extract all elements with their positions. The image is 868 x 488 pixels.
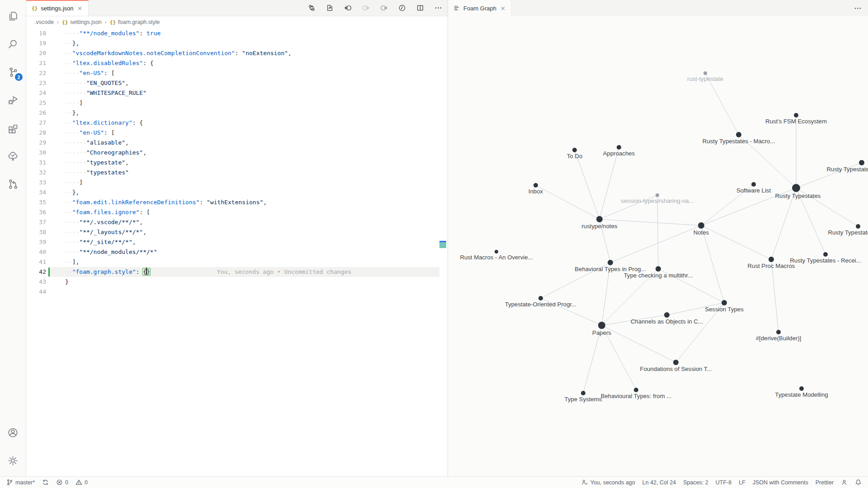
branch-indicator[interactable]: master* bbox=[6, 477, 35, 488]
activity-item-gitlens[interactable] bbox=[0, 170, 26, 198]
graph-node-notes[interactable] bbox=[698, 222, 704, 229]
graph-node-rt-recei[interactable] bbox=[823, 252, 828, 257]
code-line-26[interactable]: 26··}, bbox=[26, 108, 439, 118]
code-line-41[interactable]: 41··], bbox=[26, 257, 439, 267]
graph-node-foundations[interactable] bbox=[673, 360, 679, 365]
code-line-27[interactable]: 27··"ltex.dictionary": { bbox=[26, 118, 439, 128]
navigate-forward-button[interactable] bbox=[362, 4, 370, 12]
sync-changes-button[interactable] bbox=[42, 477, 49, 488]
code-line-24[interactable]: 24······"WHITESPACE_RULE" bbox=[26, 88, 439, 98]
graph-node-type-systems[interactable] bbox=[581, 391, 585, 395]
graph-node-todo[interactable] bbox=[572, 148, 577, 152]
open-file-button[interactable] bbox=[326, 4, 334, 12]
code-editor[interactable]: 18····"**/node_modules": true19··},20··"… bbox=[26, 28, 439, 476]
tab-foam-graph[interactable]: Foam Graph bbox=[448, 0, 512, 16]
encoding[interactable]: UTF-8 bbox=[716, 477, 731, 488]
activity-item-search[interactable] bbox=[0, 30, 26, 58]
code-line-35[interactable]: 35··"foam.edit.linkReferenceDefinitions"… bbox=[26, 197, 439, 207]
code-line-38[interactable]: 38····"**/_layouts/**/*", bbox=[26, 227, 439, 237]
breadcrumb-item[interactable]: {}foam.graph.style bbox=[110, 19, 160, 25]
problems-warnings[interactable]: 0 bbox=[75, 477, 88, 488]
open-changes-button[interactable] bbox=[308, 4, 316, 12]
code-line-31[interactable]: 31······"typestate", bbox=[26, 158, 439, 168]
code-line-18[interactable]: 18····"**/node_modules": true bbox=[26, 28, 439, 38]
code-line-19[interactable]: 19··}, bbox=[26, 38, 439, 48]
graph-node-behavioural-from[interactable] bbox=[634, 388, 638, 392]
feedback[interactable] bbox=[841, 477, 848, 488]
close-panel-icon[interactable] bbox=[500, 5, 506, 11]
graph-node-rustype-notes[interactable] bbox=[596, 216, 603, 222]
code-line-23[interactable]: 23······"EN_QUOTES", bbox=[26, 78, 439, 88]
graph-node-rt-topright[interactable] bbox=[859, 160, 864, 165]
files-icon bbox=[7, 10, 19, 22]
graph-node-session-sharing[interactable] bbox=[656, 193, 659, 197]
code-line-30[interactable]: 30······"Choreographies", bbox=[26, 148, 439, 158]
graph-node-software-list[interactable] bbox=[751, 182, 756, 187]
more-actions-button[interactable] bbox=[434, 4, 442, 12]
graph-node-papers[interactable] bbox=[598, 322, 605, 329]
breadcrumb[interactable]: .vscode›{}settings.json›{}foam.graph.sty… bbox=[26, 16, 448, 28]
graph-node-rt-hub[interactable] bbox=[792, 184, 800, 192]
graph-node-rt-right[interactable] bbox=[856, 224, 860, 229]
code-line-43[interactable]: 43} bbox=[26, 277, 439, 287]
notifications-bell[interactable] bbox=[855, 477, 862, 488]
code-line-21[interactable]: 21··"ltex.disabledRules": { bbox=[26, 58, 439, 68]
activity-item-explorer[interactable] bbox=[0, 2, 26, 30]
graph-node-rust-proc[interactable] bbox=[769, 257, 774, 262]
activity-item-run-and-debug[interactable] bbox=[0, 86, 26, 114]
activity-item-extensions[interactable] bbox=[0, 114, 26, 142]
language-mode[interactable]: JSON with Comments bbox=[753, 477, 808, 488]
code-line-25[interactable]: 25····] bbox=[26, 98, 439, 108]
code-line-28[interactable]: 28····"en-US": [ bbox=[26, 128, 439, 138]
code-line-39[interactable]: 39····"**/_site/**/*", bbox=[26, 237, 439, 247]
close-tab-icon[interactable] bbox=[77, 5, 83, 11]
graph-node-derive-builder[interactable] bbox=[776, 330, 781, 334]
activity-item-manage-settings[interactable] bbox=[0, 446, 26, 474]
breadcrumb-item[interactable]: {}settings.json bbox=[62, 19, 102, 25]
code-line-42[interactable]: 42··"foam.graph.style": {}You, seconds a… bbox=[26, 267, 439, 277]
eol-sequence[interactable]: LF bbox=[739, 477, 745, 488]
split-editor-button[interactable] bbox=[416, 4, 424, 12]
graph-node-behavioral[interactable] bbox=[608, 260, 613, 265]
graph-node-fsm[interactable] bbox=[794, 113, 798, 117]
code-line-40[interactable]: 40····"**/node_modules/**/*" bbox=[26, 247, 439, 257]
timeline-history-button[interactable] bbox=[398, 4, 406, 12]
graph-node-channels[interactable] bbox=[664, 312, 670, 318]
code-line-44[interactable]: 44 bbox=[26, 287, 439, 297]
code-line-20[interactable]: 20··"vscodeMarkdownNotes.noteCompletionC… bbox=[26, 48, 439, 58]
code-line-34[interactable]: 34··}, bbox=[26, 188, 439, 197]
graph-label-inbox: Inbox bbox=[528, 188, 543, 195]
graph-node-typestate-oriented[interactable] bbox=[538, 296, 543, 300]
activity-item-todo-tree[interactable] bbox=[0, 142, 26, 170]
code-line-29[interactable]: 29······"aliasable", bbox=[26, 138, 439, 148]
code-line-37[interactable]: 37····"**/.vscode/**/*", bbox=[26, 217, 439, 227]
navigate-back-button[interactable] bbox=[344, 4, 352, 12]
graph-node-rt-macro[interactable] bbox=[736, 132, 741, 137]
line-number: 37 bbox=[26, 217, 46, 227]
code-line-36[interactable]: 36··"foam.files.ignore": [ bbox=[26, 207, 439, 217]
graph-node-rust-typestate[interactable] bbox=[703, 71, 707, 75]
indentation[interactable]: Spaces: 2 bbox=[683, 477, 708, 488]
cursor-position[interactable]: Ln 42, Col 24 bbox=[642, 477, 676, 488]
breadcrumb-item[interactable]: .vscode bbox=[34, 19, 54, 25]
formatter-prettier[interactable]: Prettier bbox=[816, 477, 834, 488]
graph-node-session-types[interactable] bbox=[722, 300, 727, 305]
code-line-33[interactable]: 33····] bbox=[26, 178, 439, 188]
graph-node-inbox[interactable] bbox=[533, 183, 538, 188]
graph-node-type-checking[interactable] bbox=[656, 266, 661, 272]
blame-annotation[interactable]: You, seconds ago bbox=[581, 477, 635, 488]
code-line-32[interactable]: 32······"typestates" bbox=[26, 168, 439, 178]
graph-node-rust-macros-ov[interactable] bbox=[495, 250, 498, 253]
tab-settings-json[interactable]: {} settings.json bbox=[26, 0, 89, 16]
debug-icon bbox=[7, 94, 19, 106]
foam-graph-canvas[interactable]: rust-typestateRust's FSM EcosystemRusty … bbox=[448, 16, 868, 476]
graph-node-typestate-modelling[interactable] bbox=[799, 386, 804, 391]
navigate-next-change-button[interactable] bbox=[380, 4, 388, 12]
activity-item-accounts[interactable] bbox=[0, 418, 26, 446]
graph-node-approaches[interactable] bbox=[617, 145, 621, 150]
code-line-22[interactable]: 22····"en-US": [ bbox=[26, 68, 439, 78]
line-number: 22 bbox=[26, 68, 46, 78]
activity-item-source-control[interactable]: 2 bbox=[0, 58, 26, 86]
panel-more-actions-icon[interactable] bbox=[854, 0, 862, 16]
problems-errors[interactable]: 0 bbox=[56, 477, 68, 488]
